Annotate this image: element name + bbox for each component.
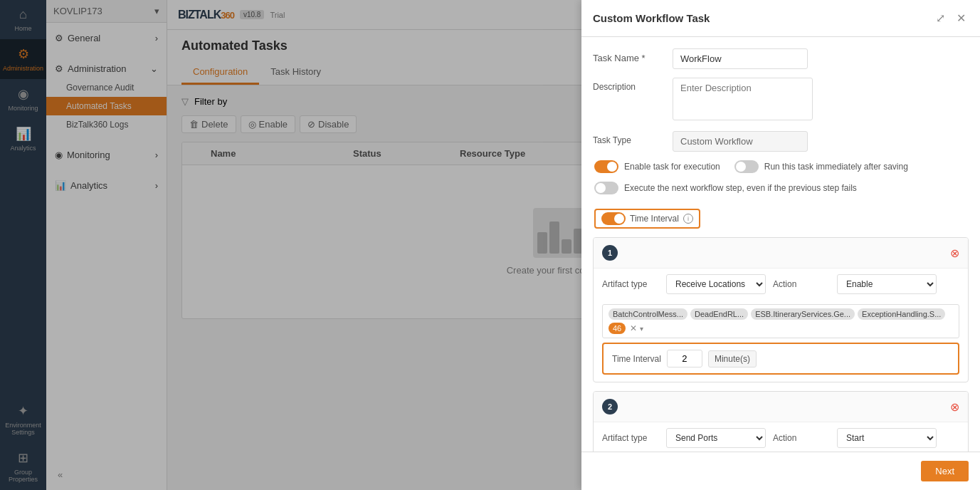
tag-1: BatchControlMess... — [608, 308, 687, 320]
step-1-remove-button[interactable]: ⊗ — [950, 246, 959, 260]
step-2-header: 2 ⊗ — [594, 392, 968, 422]
panel-title: Custom Workflow Task — [593, 12, 710, 24]
step-1-time-label: Time Interval — [612, 354, 661, 364]
custom-workflow-panel: Custom Workflow Task ⤢ ✕ Task Name * Des… — [581, 0, 980, 490]
step-1-time-unit: Minute(s) — [708, 350, 757, 368]
expand-panel-button[interactable]: ⤢ — [933, 10, 948, 26]
step-1-action-label: Action — [773, 279, 830, 289]
task-type-row: Task Type — [593, 131, 969, 152]
run-immediately-label: Run this task immediately after saving — [764, 162, 908, 172]
workflow-step-1: 1 ⊗ Artifact type Receive Locations Acti… — [593, 237, 969, 382]
tag-count: 46 — [608, 323, 626, 334]
tag-dropdown-arrow[interactable]: ▾ — [640, 325, 643, 333]
time-interval-label: Time Interval — [630, 214, 679, 224]
tag-3: ESB.ItineraryServices.Ge... — [751, 308, 855, 320]
enable-task-toggle-item: Enable task for execution — [594, 160, 720, 173]
task-name-input[interactable] — [673, 48, 808, 69]
step-2-number: 2 — [602, 399, 618, 415]
step-1-action-select[interactable]: Enable — [837, 274, 937, 294]
run-immediately-toggle-item: Run this task immediately after saving — [734, 160, 908, 173]
step-2-remove-button[interactable]: ⊗ — [950, 400, 959, 414]
description-row: Description — [593, 78, 969, 123]
panel-header: Custom Workflow Task ⤢ ✕ — [581, 0, 980, 37]
tag-4: ExceptionHandling.S... — [858, 308, 945, 320]
task-name-label: Task Name * — [593, 48, 664, 63]
step-1-artifact-row: Artifact type Receive Locations Action E… — [594, 269, 968, 300]
time-interval-toggle[interactable] — [601, 212, 626, 225]
step-2-artifact-label: Artifact type — [602, 433, 659, 443]
next-button[interactable]: Next — [921, 461, 969, 481]
step-1-time-input[interactable] — [667, 350, 702, 368]
step-1-artifact-select[interactable]: Receive Locations — [666, 274, 766, 294]
step-1-time-interval-box: Time Interval Minute(s) — [602, 343, 959, 375]
task-name-row: Task Name * — [593, 48, 969, 69]
description-input[interactable] — [673, 78, 813, 120]
task-type-wrapper — [673, 131, 969, 152]
description-wrapper — [673, 78, 969, 123]
step-2-action-select[interactable]: Start — [837, 428, 937, 448]
close-panel-button[interactable]: ✕ — [954, 10, 969, 26]
step-1-tags-row: BatchControlMess... DeadEndRL... ESB.Iti… — [594, 300, 968, 338]
workflow-step-2: 2 ⊗ Artifact type Send Ports Action Star… — [593, 391, 969, 452]
panel-body: Task Name * Description Task Type — [581, 37, 980, 452]
enable-task-label: Enable task for execution — [624, 162, 720, 172]
tag-2: DeadEndRL... — [690, 308, 748, 320]
toggles-row-1: Enable task for execution Run this task … — [593, 160, 969, 173]
task-type-label: Task Type — [593, 131, 664, 145]
time-interval-info-icon[interactable]: i — [683, 214, 693, 224]
enable-task-toggle[interactable] — [594, 160, 618, 173]
description-label: Description — [593, 78, 664, 92]
execute-next-label: Execute the next workflow step, even if … — [624, 183, 857, 193]
step-1-tags-container: BatchControlMess... DeadEndRL... ESB.Iti… — [602, 304, 959, 338]
step-2-artifact-row: Artifact type Send Ports Action Start — [594, 422, 968, 452]
run-immediately-toggle[interactable] — [734, 160, 759, 173]
task-type-input — [673, 131, 808, 152]
execute-next-toggle[interactable] — [594, 182, 618, 194]
panel-footer: Next — [581, 452, 980, 490]
step-1-header: 1 ⊗ — [594, 238, 968, 269]
step-2-action-label: Action — [773, 433, 830, 443]
step-1-artifact-label: Artifact type — [602, 279, 659, 289]
step-1-number: 1 — [602, 245, 618, 261]
tag-remove-btn[interactable]: ✕ — [630, 323, 637, 333]
panel-header-actions: ⤢ ✕ — [933, 10, 969, 26]
toggles-row-2: Execute the next workflow step, even if … — [593, 182, 969, 229]
task-name-wrapper — [673, 48, 969, 69]
time-interval-toggle-container: Time Interval i — [594, 209, 700, 229]
execute-next-toggle-item: Execute the next workflow step, even if … — [594, 182, 857, 194]
required-marker: * — [641, 53, 645, 63]
step-2-artifact-select[interactable]: Send Ports — [666, 428, 766, 448]
